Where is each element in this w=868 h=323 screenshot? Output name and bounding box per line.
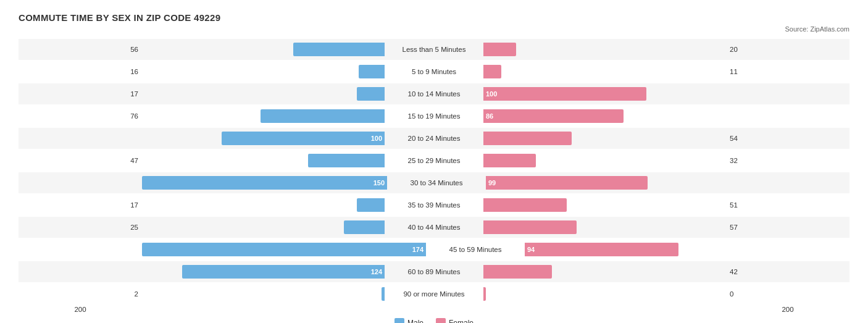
row-label: 15 to 19 Minutes [385, 112, 483, 120]
female-value: 20 [730, 46, 738, 53]
male-bar [308, 154, 385, 167]
left-value-section: 17 [19, 90, 142, 98]
bars-container: 10 to 14 Minutes 100 [142, 87, 726, 101]
male-bar-wrap: 100 [142, 132, 385, 145]
male-bar-wrap [142, 43, 385, 56]
legend: Male Female [19, 318, 849, 323]
row-label: 90 or more Minutes [385, 290, 483, 298]
row-label: 25 to 29 Minutes [385, 157, 483, 164]
female-bar: 94 [525, 243, 678, 256]
female-bar [483, 198, 567, 212]
bars-container: Less than 5 Minutes [142, 43, 726, 56]
male-bar: 174 [142, 243, 426, 256]
male-value-inside: 174 [412, 246, 424, 253]
male-bar [344, 220, 385, 234]
male-bar [357, 87, 385, 101]
row-label: 30 to 34 Minutes [387, 179, 486, 187]
male-bar-wrap [142, 287, 385, 301]
bars-container: 100 20 to 24 Minutes [142, 132, 726, 145]
female-value: 42 [730, 268, 738, 275]
male-value: 47 [130, 157, 138, 164]
female-bar-wrap [483, 154, 726, 167]
male-value: 17 [130, 201, 138, 209]
chart-row: 25 40 to 44 Minutes 57 [19, 217, 849, 238]
male-bar-wrap: 124 [142, 265, 385, 279]
chart-area: 56 Less than 5 Minutes 20 16 [19, 39, 849, 304]
female-value-inside: 94 [527, 246, 535, 253]
female-bar [483, 132, 572, 145]
row-label: 5 to 9 Minutes [385, 68, 483, 75]
female-value: 32 [730, 157, 738, 164]
female-value-inside: 86 [486, 112, 493, 120]
male-bar [359, 65, 385, 78]
row-label: 35 to 39 Minutes [385, 201, 483, 209]
chart-row: 17 10 to 14 Minutes 100 [19, 83, 849, 104]
chart-title: COMMUTE TIME BY SEX IN ZIP CODE 49229 [19, 12, 849, 23]
male-value: 2 [135, 290, 138, 298]
male-value-inside: 100 [371, 135, 382, 142]
bars-container: 174 45 to 59 Minutes 94 [142, 243, 726, 256]
female-value-inside: 99 [488, 179, 496, 187]
female-value: 0 [730, 290, 733, 298]
male-bar: 150 [142, 176, 387, 190]
bars-container: 5 to 9 Minutes [142, 65, 726, 78]
male-bar: 100 [222, 132, 385, 145]
male-value: 56 [130, 46, 138, 53]
source-label: Source: ZipAtlas.com [19, 25, 849, 33]
chart-row: 174 45 to 59 Minutes 94 [19, 239, 849, 260]
male-value: 16 [130, 68, 138, 75]
female-bar-wrap: 94 [525, 243, 726, 256]
female-bar: 99 [486, 176, 648, 190]
legend-male: Male [394, 318, 424, 323]
female-bar [483, 65, 501, 78]
male-bar [261, 109, 385, 123]
row-label: 40 to 44 Minutes [385, 224, 483, 231]
right-value-section: 57 [726, 224, 849, 231]
chart-row: 47 25 to 29 Minutes 32 [19, 150, 849, 171]
female-bar-wrap [483, 43, 726, 56]
right-value-section: 20 [726, 46, 849, 53]
male-bar [293, 43, 385, 56]
male-bar: 124 [182, 265, 385, 279]
male-bar-wrap [142, 87, 385, 101]
female-bar [483, 220, 577, 234]
chart-row: 100 20 to 24 Minutes 54 [19, 128, 849, 149]
left-value-section: 16 [19, 68, 142, 75]
female-bar [483, 43, 516, 56]
bars-container: 150 30 to 34 Minutes 99 [142, 176, 726, 190]
female-value: 54 [730, 135, 738, 142]
chart-row: 150 30 to 34 Minutes 99 [19, 172, 849, 193]
female-value: 57 [730, 224, 738, 231]
left-value-section: 25 [19, 224, 142, 231]
male-value: 25 [130, 224, 138, 231]
female-bar-wrap [483, 198, 726, 212]
left-value-section: 47 [19, 157, 142, 164]
chart-row: 2 90 or more Minutes 0 [19, 283, 849, 304]
chart-row: 56 Less than 5 Minutes 20 [19, 39, 849, 60]
axis-right-label: 200 [726, 306, 849, 313]
row-label: 45 to 59 Minutes [426, 246, 525, 253]
right-value-section: 11 [726, 68, 849, 75]
female-bar [483, 154, 536, 167]
female-bar [483, 287, 486, 301]
female-value: 51 [730, 201, 738, 209]
right-value-section: 42 [726, 268, 849, 275]
male-bar-wrap [142, 220, 385, 234]
male-bar-wrap [142, 65, 385, 78]
female-value-inside: 100 [486, 90, 497, 98]
bars-container: 35 to 39 Minutes [142, 198, 726, 212]
legend-female-box [436, 318, 446, 323]
female-bar-wrap [483, 132, 726, 145]
female-bar-wrap [483, 265, 726, 279]
male-bar-wrap: 174 [142, 243, 426, 256]
legend-female: Female [436, 318, 474, 323]
male-value: 76 [130, 112, 138, 120]
male-bar [357, 198, 385, 212]
female-bar-wrap [483, 287, 726, 301]
right-value-section: 0 [726, 290, 849, 298]
chart-row: 16 5 to 9 Minutes 11 [19, 61, 849, 82]
male-value-inside: 124 [371, 268, 382, 275]
female-bar-wrap [483, 220, 726, 234]
right-value-section: 54 [726, 135, 849, 142]
female-value: 11 [730, 68, 738, 75]
